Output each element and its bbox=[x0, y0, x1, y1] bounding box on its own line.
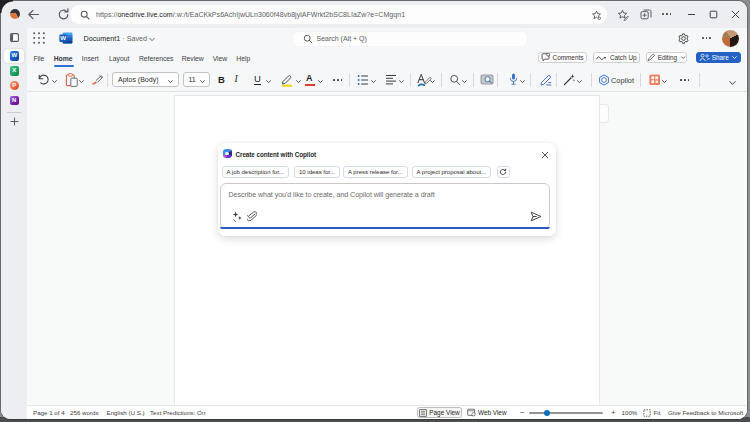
svg-text:W: W bbox=[60, 34, 66, 41]
